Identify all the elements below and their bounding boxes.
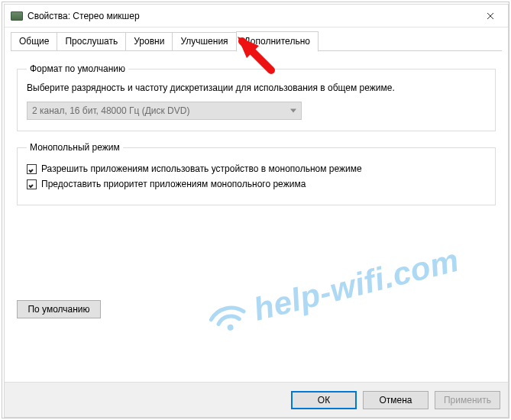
wifi-icon <box>203 296 253 338</box>
tab-listen[interactable]: Прослушать <box>57 32 126 51</box>
apply-label: Применить <box>444 395 491 405</box>
tab-label: Прослушать <box>65 36 118 47</box>
tab-label: Общие <box>19 36 49 47</box>
window-title: Свойства: Стерео микшер <box>27 11 140 21</box>
default-format-description: Выберите разрядность и частоту дискретиз… <box>27 82 486 94</box>
titlebar: Свойства: Стерео микшер <box>5 5 508 27</box>
apply-button[interactable]: Применить <box>435 391 500 409</box>
restore-defaults-label: По умолчанию <box>27 304 89 315</box>
tab-label: Уровни <box>134 36 164 47</box>
properties-dialog: Свойства: Стерео микшер Общие Прослушать… <box>4 4 509 418</box>
tab-levels[interactable]: Уровни <box>125 32 173 51</box>
svg-point-2 <box>227 324 234 331</box>
cancel-label: Отмена <box>379 395 412 405</box>
ok-button[interactable]: ОК <box>291 391 357 409</box>
chevron-down-icon <box>290 109 296 113</box>
exclusive-mode-legend: Монопольный режим <box>27 142 123 153</box>
exclusive-allow-checkbox[interactable] <box>27 164 37 174</box>
default-format-group: Формат по умолчанию Выберите разрядность… <box>17 63 496 131</box>
exclusive-mode-group: Монопольный режим Разрешить приложениям … <box>17 142 496 205</box>
dialog-footer: ОК Отмена Применить <box>5 382 508 417</box>
tab-enhancements[interactable]: Улучшения <box>172 32 236 51</box>
close-button[interactable] <box>473 5 508 27</box>
tab-label: Дополнительно <box>244 36 310 47</box>
ok-label: ОК <box>318 395 330 405</box>
tab-general[interactable]: Общие <box>11 32 57 51</box>
exclusive-allow-label: Разрешить приложениям использовать устро… <box>41 163 362 174</box>
tab-label: Улучшения <box>180 36 228 47</box>
exclusive-priority-checkbox[interactable] <box>27 179 37 189</box>
tab-strip: Общие Прослушать Уровни Улучшения Дополн… <box>5 27 508 51</box>
default-format-legend: Формат по умолчанию <box>27 63 128 74</box>
cancel-button[interactable]: Отмена <box>363 391 429 409</box>
app-icon <box>11 11 23 21</box>
close-icon <box>487 10 494 22</box>
default-format-selected: 2 канал, 16 бит, 48000 Гц (Диск DVD) <box>32 105 189 116</box>
exclusive-priority-label: Предоставить приоритет приложениям моноп… <box>41 179 306 189</box>
watermark-text: help-wifi.com <box>250 242 462 328</box>
restore-defaults-button[interactable]: По умолчанию <box>17 300 101 318</box>
watermark: help-wifi.com <box>202 242 462 341</box>
default-format-select[interactable]: 2 канал, 16 бит, 48000 Гц (Диск DVD) <box>27 102 302 120</box>
tab-content: Формат по умолчанию Выберите разрядность… <box>5 51 508 382</box>
tab-advanced[interactable]: Дополнительно <box>236 31 319 52</box>
